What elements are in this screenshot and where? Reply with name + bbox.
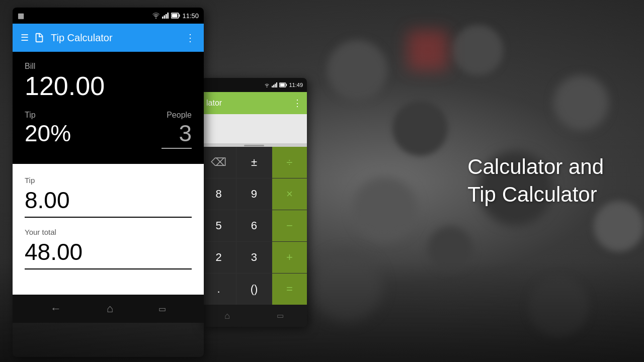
- promo-line1: Calculator and: [467, 153, 604, 181]
- calc-btn-[interactable]: ×: [272, 178, 307, 210]
- more2-icon[interactable]: ⋮: [293, 98, 302, 109]
- wifi2-icon: [264, 82, 270, 87]
- tip-people-row: Tip 20% People 3: [25, 111, 192, 149]
- svg-rect-1: [164, 16, 166, 19]
- appbar2: lator ⋮: [201, 92, 307, 114]
- svg-rect-0: [162, 17, 164, 19]
- svg-rect-13: [286, 84, 287, 86]
- document-icon: [34, 32, 45, 43]
- calc-btn-5[interactable]: 5: [201, 210, 236, 241]
- statusbar2: 11:49: [201, 78, 307, 92]
- calc-btn-[interactable]: ±: [236, 147, 271, 178]
- content1-black: Bill 120.00 Tip 20% People 3: [13, 52, 204, 164]
- people-label: People: [167, 111, 192, 120]
- tip-label: Tip: [25, 111, 71, 120]
- svg-rect-6: [179, 15, 180, 17]
- calc-btn-[interactable]: (): [236, 274, 271, 305]
- calc-btn-3[interactable]: 3: [236, 242, 271, 273]
- people-section: People 3: [162, 111, 192, 149]
- appbar2-title: lator: [206, 99, 222, 108]
- back-icon[interactable]: ←: [50, 302, 61, 315]
- statusbar1-left: ▦: [18, 12, 24, 20]
- svg-rect-12: [280, 83, 285, 86]
- phone2-calculator: 11:49 lator ⋮ ⌫±÷89×56−23+.()= ⌂ ▭: [201, 78, 307, 327]
- signal2-icon: [272, 82, 278, 87]
- statusbar1-right: 11:50: [152, 12, 199, 20]
- calc-btn-[interactable]: ⌫: [201, 147, 236, 178]
- calc-btn-[interactable]: −: [272, 210, 307, 241]
- svg-rect-7: [272, 86, 273, 87]
- grid-icon: ▦: [18, 12, 24, 20]
- bill-label: Bill: [25, 62, 192, 71]
- svg-rect-5: [172, 14, 178, 18]
- home2-icon[interactable]: ⌂: [224, 311, 230, 321]
- home-icon[interactable]: ⌂: [107, 302, 113, 315]
- result-tip-label: Tip: [25, 176, 192, 185]
- svg-rect-9: [275, 83, 276, 87]
- calc-btn-9[interactable]: 9: [236, 178, 271, 210]
- result-total-label: Your total: [25, 228, 192, 236]
- content1-white: Tip 8.00 Your total 48.00: [13, 164, 204, 295]
- calc-display: [201, 114, 307, 144]
- bill-value: 120.00: [25, 72, 192, 101]
- phone1-tip-calculator: ▦ 11:50: [13, 8, 204, 357]
- battery-icon: [171, 13, 180, 19]
- calc-buttons: ⌫±÷89×56−23+.()=: [201, 147, 307, 305]
- recent2-icon[interactable]: ▭: [277, 311, 284, 320]
- svg-rect-10: [276, 82, 277, 87]
- more-options-icon[interactable]: ⋮: [185, 32, 196, 44]
- appbar1-title: Tip Calculator: [51, 32, 185, 44]
- navbar2: ⌂ ▭: [201, 305, 307, 327]
- calc-btn-[interactable]: +: [272, 242, 307, 273]
- signal-icon: [162, 13, 169, 19]
- wifi-icon: [152, 13, 160, 19]
- time1: 11:50: [182, 12, 199, 20]
- calc-btn-[interactable]: ÷: [272, 147, 307, 178]
- calc-btn-8[interactable]: 8: [201, 178, 236, 210]
- hamburger-icon[interactable]: ☰: [21, 32, 29, 43]
- calc-btn-6[interactable]: 6: [236, 210, 271, 241]
- result-total-value: 48.00: [25, 238, 192, 269]
- time2: 11:49: [289, 82, 303, 88]
- svg-rect-3: [168, 13, 169, 19]
- svg-rect-2: [166, 14, 167, 19]
- calc-btn-[interactable]: =: [272, 274, 307, 305]
- calc-btn-[interactable]: .: [201, 274, 236, 305]
- divider-bar: [244, 145, 264, 146]
- svg-rect-8: [274, 84, 275, 87]
- promo-text: Calculator and Tip Calculator: [467, 153, 604, 208]
- tip-value: 20%: [25, 120, 71, 147]
- calc-btn-2[interactable]: 2: [201, 242, 236, 273]
- appbar1: ☰ Tip Calculator ⋮: [13, 24, 204, 52]
- recent-icon[interactable]: ▭: [158, 304, 166, 314]
- promo-line2: Tip Calculator: [467, 181, 604, 209]
- battery2-icon: [279, 82, 287, 87]
- tip-section: Tip 20%: [25, 111, 71, 149]
- result-tip-value: 8.00: [25, 187, 192, 218]
- statusbar1: ▦ 11:50: [13, 8, 204, 24]
- navbar1: ← ⌂ ▭: [13, 295, 204, 323]
- people-value: 3: [162, 120, 192, 149]
